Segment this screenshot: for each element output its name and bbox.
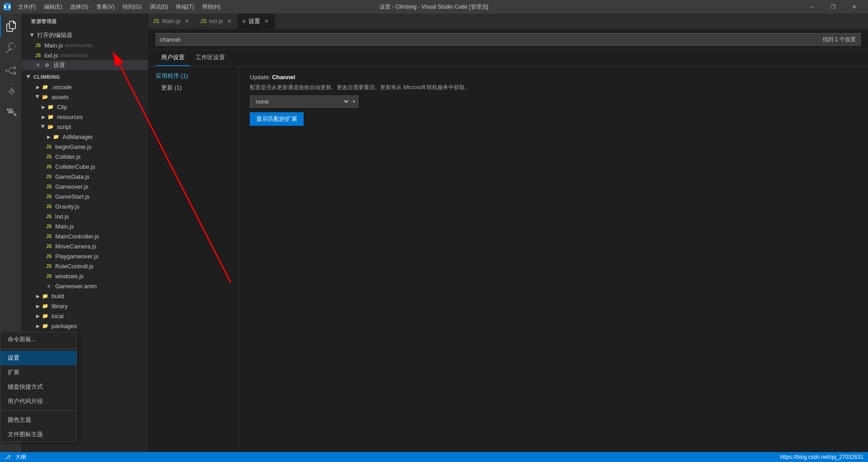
js-icon: JS — [45, 252, 52, 260]
tree-collider[interactable]: JS Collider.js — [22, 152, 148, 162]
vscode-icon — [4, 3, 11, 10]
statusbar-left: ⎇ 大纲 — [5, 453, 26, 461]
tree-clip[interactable]: ▶ 📁 Clip — [22, 102, 148, 112]
open-file-lodjs[interactable]: JS lod.js assets\script — [22, 50, 148, 60]
tree-gravity[interactable]: JS Gravity.js — [22, 201, 148, 211]
show-matching-extensions-button[interactable]: 显示匹配的扩展 — [250, 112, 304, 126]
menu-extensions[interactable]: 扩展 — [0, 365, 76, 380]
menu-select[interactable]: 选择(S) — [67, 1, 92, 13]
tab-lodjs[interactable]: JS lod.js ✕ — [196, 14, 238, 29]
open-file-mainjs[interactable]: JS Main.js assets\script — [22, 40, 148, 50]
tree-script[interactable]: ▶ 📂 script — [22, 122, 148, 132]
tree-mainjs[interactable]: JS Main.js — [22, 221, 148, 231]
activity-debug[interactable] — [0, 81, 22, 102]
tab-lodjs-close[interactable]: ✕ — [226, 18, 233, 25]
tree-admanager[interactable]: ▶ 📁 AdManager — [22, 132, 148, 142]
tab-workspace-settings[interactable]: 工作区设置 — [190, 50, 230, 66]
activity-search[interactable] — [0, 37, 22, 59]
tree-gameover-anim[interactable]: ≡ Gameover.anim — [22, 281, 148, 291]
maximize-button[interactable]: ❒ — [823, 0, 844, 14]
outline-label[interactable]: 大纲 — [15, 453, 26, 461]
tabs-bar: JS Main.js ✕ JS lod.js ✕ ≡ 设置 ✕ — [148, 14, 868, 29]
tree-build[interactable]: ▶ 📁 build — [22, 291, 148, 301]
activity-explorer[interactable] — [0, 15, 22, 37]
settings-search-bar: 找到 1 个设置 — [148, 29, 868, 50]
assets-arrow: ▶ — [34, 93, 42, 100]
menu-color-theme[interactable]: 颜色主题 — [0, 413, 76, 427]
tree-maincontroller[interactable]: JS MainController.js — [22, 231, 148, 241]
tree-gameover[interactable]: JS Gameover.js — [22, 181, 148, 191]
tree-windows[interactable]: JS windows.js — [22, 271, 148, 281]
nav-update-label: 更新 (1) — [161, 84, 182, 91]
library-arrow: ▶ — [34, 302, 42, 310]
tree-collidercube[interactable]: JS ColliderCube.js — [22, 162, 148, 171]
close-button[interactable]: ✕ — [844, 0, 864, 14]
activity-extensions[interactable] — [0, 102, 22, 124]
channel-select[interactable]: none default insider — [250, 96, 350, 107]
menu-user-snippets[interactable]: 用户代码片段 — [0, 394, 76, 409]
tree-vscode[interactable]: ▶ 📁 .vscode — [22, 82, 148, 92]
tab-settings[interactable]: ≡ 设置 ✕ — [238, 14, 275, 29]
tree-movecamera[interactable]: JS MoveCamera.js — [22, 241, 148, 251]
js-icon: JS — [45, 213, 52, 220]
nav-app[interactable]: 应用程序 (1) — [148, 70, 238, 82]
open-editors-header[interactable]: ▶ 打开的编辑器 — [22, 30, 148, 40]
menu-goto[interactable]: 转到(G) — [119, 1, 145, 13]
tab-user-settings[interactable]: 用户设置 — [156, 50, 190, 66]
project-header[interactable]: ▶ CLIMBING — [22, 72, 148, 82]
tree-gamedata[interactable]: JS GameData.js — [22, 171, 148, 181]
tree-lodjs[interactable]: JS lod.js — [22, 211, 148, 221]
tree-resources[interactable]: ▶ 📁 resources — [22, 112, 148, 122]
tree-assets[interactable]: ▶ 📂 assets — [22, 92, 148, 102]
packages-arrow: ▶ — [34, 322, 42, 329]
search-result-count: 找到 1 个设置 — [818, 36, 860, 43]
menu-file[interactable]: 文件(F) — [14, 1, 39, 13]
admanager-folder-icon: 📁 — [52, 133, 60, 140]
menu-settings[interactable]: 设置 — [0, 351, 76, 365]
branch-icon: ⎇ — [5, 454, 11, 460]
tab-settings-close[interactable]: ✕ — [263, 18, 270, 25]
menu-view[interactable]: 查看(V) — [93, 1, 118, 13]
titlebar-menu: 文件(F) 编辑(E) 选择(S) 查看(V) 转到(G) 调试(D) 终端(T… — [14, 1, 224, 13]
tab-lodjs-label: lod.js — [209, 18, 223, 24]
menu-terminal[interactable]: 终端(T) — [172, 1, 197, 13]
menu-debug[interactable]: 调试(D) — [146, 1, 172, 13]
tab-settings-icon: ≡ — [243, 18, 246, 24]
tree-library[interactable]: ▶ 📁 library — [22, 301, 148, 311]
settings-search-input[interactable] — [156, 36, 818, 43]
tree-rolecontroll[interactable]: JS RoleControll.js — [22, 261, 148, 271]
js-icon: JS — [45, 173, 52, 180]
menu-help[interactable]: 帮助(H) — [199, 1, 224, 13]
js-icon: JS — [45, 233, 52, 240]
sidebar-title: 资源管理器 — [22, 14, 148, 29]
open-file-settings[interactable]: ✕ ⚙ 设置 — [22, 60, 148, 70]
nav-update[interactable]: 更新 (1) — [148, 82, 238, 94]
collidercube-label: ColliderCube.js — [55, 163, 95, 170]
activity-git[interactable] — [0, 59, 22, 81]
clip-folder-icon: 📁 — [47, 103, 54, 110]
tree-local[interactable]: ▶ 📁 local — [22, 311, 148, 321]
script-label: script — [57, 124, 71, 130]
menu-command-palette[interactable]: 命令面板... — [0, 332, 76, 347]
tree-begingame[interactable]: JS beginGame.js — [22, 142, 148, 152]
tree-packages[interactable]: ▶ 📁 packages — [22, 321, 148, 331]
menu-keyboard-shortcuts[interactable]: 键盘快捷方式 — [0, 380, 76, 394]
build-arrow: ▶ — [34, 292, 42, 300]
setting-select-wrapper: none default insider ▾ — [250, 95, 358, 108]
minimize-button[interactable]: ─ — [802, 0, 823, 14]
maincontroller-label: MainController.js — [55, 233, 99, 240]
open-file-lodjs-name: lod.js — [44, 52, 58, 59]
local-arrow: ▶ — [34, 312, 42, 319]
tree-playgameover[interactable]: JS Playgameover.js — [22, 251, 148, 261]
js-icon: JS — [45, 183, 52, 190]
gamedata-label: GameData.js — [55, 173, 90, 180]
assets-folder-icon: 📂 — [42, 93, 49, 100]
admanager-label: AdManager — [62, 133, 93, 140]
clip-label: Clip — [57, 104, 67, 110]
tab-mainjs-close[interactable]: ✕ — [183, 18, 191, 25]
js-icon: JS — [45, 203, 52, 210]
menu-file-icon-theme[interactable]: 文件图标主题 — [0, 427, 76, 442]
tree-gamestart[interactable]: JS GameStart.js — [22, 191, 148, 201]
menu-edit[interactable]: 编辑(E) — [40, 1, 66, 13]
tab-mainjs[interactable]: JS Main.js ✕ — [148, 14, 196, 29]
